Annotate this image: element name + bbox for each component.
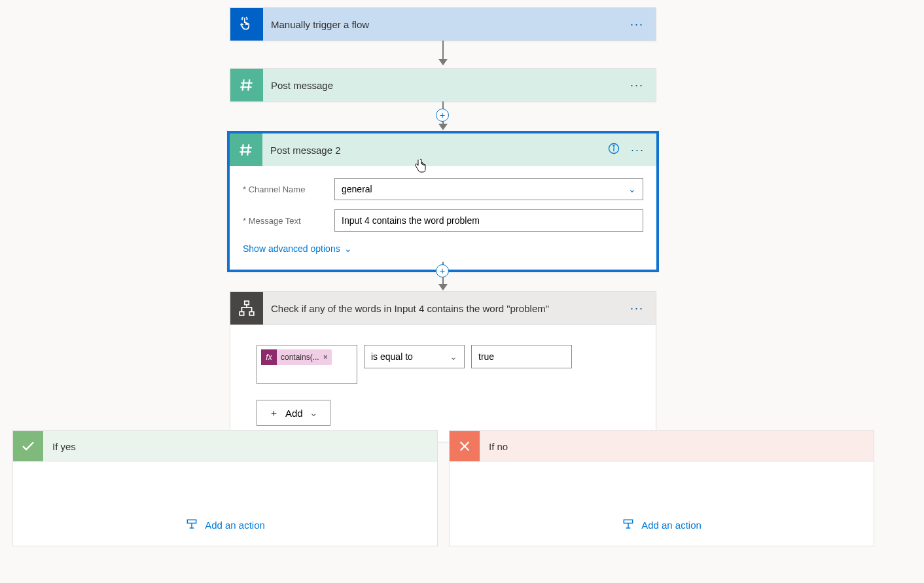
channel-name-label: * Channel Name: [243, 185, 334, 194]
add-action-icon: [622, 518, 635, 531]
chevron-down-icon: ⌄: [450, 351, 457, 362]
svg-rect-5: [240, 311, 244, 315]
message-text-label: * Message Text: [243, 216, 334, 226]
show-advanced-options-link[interactable]: Show advanced options ⌄: [243, 241, 352, 256]
channel-name-value: general: [342, 184, 372, 194]
condition-icon: [230, 292, 263, 325]
svg-rect-6: [249, 311, 254, 315]
arrow-icon: [438, 59, 448, 65]
expression-text: contains(...: [281, 353, 319, 362]
add-action-label: Add an action: [205, 520, 265, 531]
add-action-label: Add an action: [641, 520, 702, 531]
remove-token-button[interactable]: ×: [323, 353, 328, 362]
trigger-menu[interactable]: ···: [628, 15, 647, 34]
plus-icon: ＋: [269, 407, 279, 419]
info-icon[interactable]: [607, 142, 620, 158]
chevron-down-icon: ⌄: [628, 184, 636, 194]
svg-point-3: [613, 145, 614, 147]
arrow-icon: [438, 124, 448, 130]
post-message-2-title: Post message 2: [262, 145, 607, 156]
post-message-title: Post message: [263, 80, 628, 91]
arrow-icon: [438, 284, 448, 291]
if-no-title: If no: [480, 441, 508, 452]
post-message-2-card[interactable]: Post message 2 ··· * Channel Name genera…: [227, 131, 659, 272]
post-message-card[interactable]: Post message ···: [230, 68, 656, 102]
condition-operator-select[interactable]: is equal to ⌄: [364, 345, 465, 368]
check-icon: [13, 431, 43, 461]
svg-rect-8: [624, 520, 632, 523]
post-message-2-menu[interactable]: ···: [628, 141, 647, 160]
connector-line: [442, 41, 444, 59]
message-text-value: Input 4 contains the word problem: [342, 215, 480, 226]
add-action-no[interactable]: Add an action: [622, 518, 702, 531]
condition-title: Check if any of the words in Input 4 con…: [263, 303, 628, 314]
flow-canvas: Manually trigger a flow ··· Post message…: [0, 0, 924, 583]
svg-rect-7: [187, 520, 196, 523]
operator-value: is equal to: [371, 351, 413, 362]
chevron-down-icon: ⌄: [310, 407, 318, 419]
advanced-label: Show advanced options: [243, 243, 340, 254]
if-no-header[interactable]: If no: [450, 431, 874, 462]
if-no-branch: If no Add an action: [449, 430, 874, 546]
fx-icon: fx: [261, 349, 277, 365]
condition-left-operand[interactable]: fx contains(... ×: [257, 345, 357, 384]
condition-menu[interactable]: ···: [628, 299, 647, 318]
if-yes-branch: If yes Add an action: [12, 430, 438, 546]
message-text-input[interactable]: Input 4 contains the word problem: [334, 209, 643, 232]
condition-right-operand[interactable]: true: [471, 345, 572, 368]
if-yes-header[interactable]: If yes: [13, 431, 437, 462]
add-condition-button[interactable]: ＋ Add ⌄: [257, 400, 330, 426]
expression-token[interactable]: fx contains(... ×: [261, 349, 332, 365]
trigger-card[interactable]: Manually trigger a flow ···: [230, 7, 656, 41]
insert-step-button[interactable]: +: [436, 264, 449, 277]
add-action-icon: [185, 518, 198, 531]
manual-trigger-icon: [230, 8, 263, 41]
add-label: Add: [285, 408, 303, 419]
svg-rect-4: [245, 301, 249, 304]
trigger-title: Manually trigger a flow: [263, 19, 628, 30]
insert-step-button[interactable]: +: [436, 109, 449, 122]
cross-icon: [450, 431, 480, 461]
add-action-yes[interactable]: Add an action: [185, 518, 265, 531]
condition-card[interactable]: Check if any of the words in Input 4 con…: [230, 291, 656, 442]
chevron-down-icon: ⌄: [344, 243, 352, 254]
hash-icon: [230, 133, 262, 166]
hash-icon: [230, 69, 263, 101]
post-message-menu[interactable]: ···: [628, 76, 647, 95]
right-operand-value: true: [478, 351, 494, 362]
channel-name-select[interactable]: general ⌄: [334, 178, 643, 200]
if-yes-title: If yes: [43, 441, 76, 452]
